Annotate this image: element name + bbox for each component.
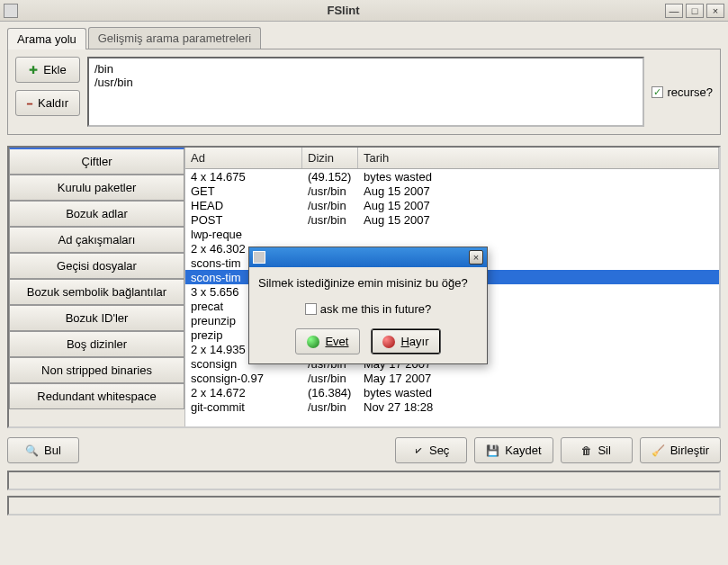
confirm-dialog: × Silmek istediğinize emin misiniz bu öğ… (248, 247, 488, 364)
app-icon (4, 4, 18, 18)
recurse-checkbox[interactable]: recurse? (652, 57, 713, 127)
select-label: Seç (429, 444, 449, 457)
dialog-message: Silmek istediğinize emin misiniz bu öğe? (258, 276, 478, 290)
category-button[interactable]: Bozuk ID'ler (9, 305, 184, 331)
cell-name: POST (191, 213, 308, 227)
cell-dir: (49.152) (308, 170, 364, 184)
find-icon (25, 444, 39, 457)
close-button[interactable]: × (706, 4, 724, 18)
cell-name: lwp-reque (191, 228, 308, 241)
cell-date: Aug 15 2007 (364, 184, 714, 198)
add-label: Ekle (43, 63, 66, 76)
find-button[interactable]: Bul (7, 437, 79, 463)
tab-search-path[interactable]: Arama yolu (7, 28, 86, 49)
table-row[interactable]: POST/usr/binAug 15 2007 (185, 212, 719, 227)
ask-future-checkbox[interactable]: ask me this in future? (258, 302, 478, 316)
cell-dir (308, 228, 364, 241)
cell-dir: /usr/bin (308, 184, 364, 198)
green-dot-icon (307, 336, 319, 348)
col-dir[interactable]: Dizin (302, 148, 358, 168)
dialog-close-button[interactable]: × (469, 250, 483, 265)
ask-future-label: ask me this in future? (320, 302, 432, 316)
minimize-button[interactable]: — (665, 4, 683, 18)
remove-label: Kaldır (38, 96, 68, 110)
cell-date: Aug 15 2007 (364, 213, 714, 227)
cell-date: May 17 2007 (364, 372, 714, 385)
cell-name: HEAD (191, 199, 308, 212)
delete-icon (581, 444, 592, 457)
path-item[interactable]: /usr/bin (94, 76, 637, 89)
cell-date: Nov 27 18:28 (364, 400, 714, 414)
tab-row: Arama yolu Gelişmiş arama parametreleri (7, 27, 721, 49)
cell-date: bytes wasted (364, 170, 714, 184)
col-name[interactable]: Ad (185, 148, 302, 168)
yes-button[interactable]: Evet (295, 328, 360, 354)
table-row[interactable]: GET/usr/binAug 15 2007 (185, 184, 719, 198)
yes-label: Evet (325, 335, 348, 348)
table-row[interactable]: lwp-reque (185, 227, 719, 241)
category-column: ÇiftlerKurulu paketlerBozuk adlarAd çakı… (9, 148, 185, 426)
merge-button[interactable]: Birleştir (640, 437, 721, 463)
status-bar-1 (7, 471, 721, 490)
category-button[interactable]: Bozuk adlar (9, 201, 184, 227)
cell-dir: /usr/bin (308, 372, 364, 385)
path-item[interactable]: /bin (94, 62, 637, 76)
dialog-icon (253, 251, 265, 264)
minus-icon (27, 96, 32, 110)
bottom-toolbar: Bul Seç Kaydet Sil Birleştir (7, 437, 721, 463)
category-button[interactable]: Bozuk sembolik bağlantılar (9, 279, 184, 305)
search-path-panel: Ekle Kaldır /bin /usr/bin recurse? (7, 49, 721, 135)
add-path-button[interactable]: Ekle (15, 57, 80, 83)
save-icon (486, 444, 499, 457)
cell-dir: (16.384) (308, 386, 364, 399)
red-dot-icon (382, 336, 395, 348)
cell-name: git-commit (191, 400, 308, 414)
col-date[interactable]: Tarih (358, 148, 719, 168)
table-row[interactable]: git-commit/usr/binNov 27 18:28 (185, 399, 719, 414)
checkbox-icon (305, 303, 317, 315)
cell-name: 4 x 14.675 (191, 170, 308, 184)
category-button[interactable]: Boş dizinler (9, 331, 184, 357)
category-button[interactable]: Kurulu paketler (9, 175, 184, 201)
table-row[interactable]: HEAD/usr/binAug 15 2007 (185, 198, 719, 212)
cell-dir: /usr/bin (308, 400, 364, 414)
category-button[interactable]: Non stripped binaries (9, 357, 184, 383)
save-label: Kaydet (505, 444, 541, 457)
category-button[interactable]: Redundant whitespace (9, 383, 184, 409)
table-row[interactable]: sconsign-0.97/usr/binMay 17 2007 (185, 371, 719, 385)
cell-name: 2 x 14.672 (191, 386, 308, 399)
checkbox-icon (652, 86, 663, 98)
cell-name: GET (191, 184, 308, 198)
dialog-titlebar[interactable]: × (249, 247, 487, 267)
category-button[interactable]: Geçisi dosyalar (9, 253, 184, 279)
maximize-button[interactable]: □ (686, 4, 704, 18)
merge-label: Birleştir (670, 444, 709, 457)
no-label: Hayır (400, 335, 428, 348)
select-button[interactable]: Seç (395, 437, 467, 463)
tab-advanced[interactable]: Gelişmiş arama parametreleri (88, 27, 262, 49)
cell-dir: /usr/bin (308, 213, 364, 227)
cell-dir: /usr/bin (308, 199, 364, 212)
table-row[interactable]: 4 x 14.675(49.152)bytes wasted (185, 169, 719, 184)
cell-date: bytes wasted (364, 386, 714, 399)
find-label: Bul (44, 444, 61, 457)
path-list[interactable]: /bin /usr/bin (87, 57, 644, 127)
no-button[interactable]: Hayır (371, 328, 440, 354)
window-title: FSlint (22, 4, 665, 17)
remove-path-button[interactable]: Kaldır (15, 90, 80, 116)
status-bar-2 (7, 496, 721, 516)
plus-icon (29, 63, 38, 76)
list-header: Ad Dizin Tarih (185, 148, 719, 169)
titlebar: FSlint — □ × (0, 0, 728, 22)
delete-label: Sil (598, 444, 610, 457)
cell-name: sconsign-0.97 (191, 372, 308, 385)
select-icon (413, 444, 424, 457)
cell-date (364, 228, 714, 241)
recurse-label: recurse? (667, 85, 713, 99)
category-button[interactable]: Ad çakışmaları (9, 227, 184, 253)
save-button[interactable]: Kaydet (474, 437, 553, 463)
table-row[interactable]: 2 x 14.672(16.384)bytes wasted (185, 385, 719, 399)
cell-date: Aug 15 2007 (364, 199, 714, 212)
delete-button[interactable]: Sil (561, 437, 633, 463)
category-button[interactable]: Çiftler (9, 148, 184, 175)
